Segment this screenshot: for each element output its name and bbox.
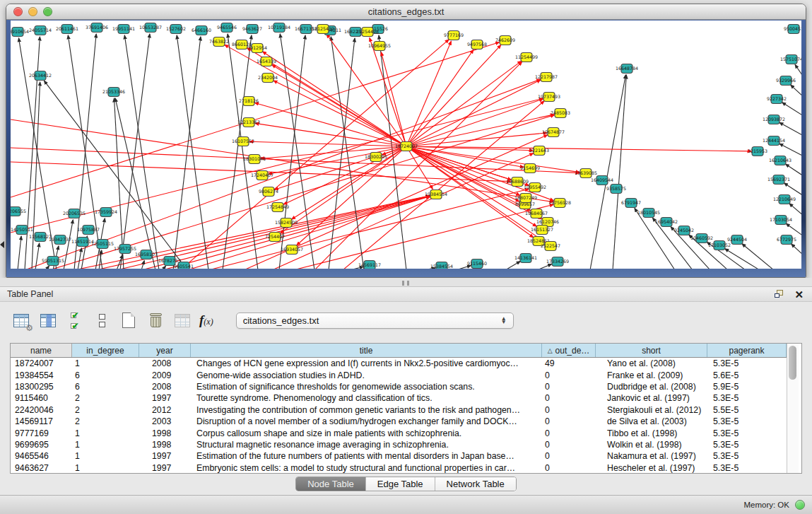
graph-node[interactable]: 16151327 — [531, 226, 553, 235]
graph-node[interactable]: 10719184 — [268, 23, 290, 33]
graph-node[interactable]: 17359924 — [95, 208, 117, 217]
graph-node[interactable]: 6772975 — [777, 235, 796, 245]
column-header-name[interactable]: name — [11, 344, 72, 357]
graph-node[interactable]: 9465546 — [217, 23, 237, 33]
graph-node[interactable]: 17103052 — [708, 241, 731, 250]
float-panel-icon[interactable] — [775, 290, 784, 299]
graph-node[interactable]: 3912954 — [247, 44, 267, 53]
close-panel-icon[interactable]: ✕ — [794, 289, 804, 300]
panel-splitter[interactable] — [0, 278, 812, 286]
graph-node[interactable]: 2522547 — [541, 242, 560, 251]
column-header-in_degree[interactable]: in_degree — [72, 344, 139, 357]
graph-node[interactable]: 16210643 — [769, 156, 792, 165]
network-table-selector[interactable]: citations_edges.txt ▲▼ — [236, 313, 514, 329]
graph-node[interactable]: 19737493 — [538, 93, 560, 102]
graph-node[interactable]: 37691406 — [86, 23, 108, 33]
graph-node[interactable]: 16648784 — [616, 64, 638, 74]
graph-node[interactable]: 20206535 — [63, 209, 86, 218]
graph-node[interactable]: 9500451 — [784, 25, 801, 34]
graph-node[interactable]: 15751074 — [780, 55, 801, 64]
graph-node[interactable]: 12505115 — [91, 240, 114, 249]
graph-node[interactable]: 20634412 — [29, 71, 52, 81]
table-settings-icon[interactable]: ⚙ — [11, 310, 31, 330]
graph-node[interactable]: 18910654 — [11, 28, 29, 37]
table-scrollbar[interactable] — [787, 344, 799, 473]
graph-node[interactable]: 6791947 — [621, 199, 641, 208]
graph-node[interactable]: 20611461 — [56, 25, 78, 34]
graph-node[interactable]: 18301046 — [243, 155, 266, 164]
table-row[interactable]: 1830029562008Estimation of significance … — [11, 381, 787, 392]
delete-table-icon[interactable] — [146, 310, 165, 330]
collapse-handle-icon[interactable] — [0, 241, 4, 248]
graph-node[interactable]: 10975887 — [77, 226, 100, 235]
graph-node[interactable]: 25206555 — [11, 207, 26, 216]
graph-node[interactable]: 9329966 — [776, 76, 796, 86]
show-column-icon[interactable] — [38, 310, 58, 330]
graph-node[interactable]: 10460592 — [690, 234, 713, 243]
graph-node[interactable]: 7462609 — [495, 36, 515, 45]
graph-node[interactable]: 17240407 — [251, 171, 273, 180]
column-header-out_de[interactable]: △out_de… — [542, 344, 596, 357]
graph-node[interactable]: 6466160 — [192, 26, 211, 35]
graph-node[interactable]: 16107552 — [232, 137, 254, 146]
graph-node[interactable]: 19756928 — [548, 199, 571, 208]
graph-node[interactable]: 14136141 — [514, 254, 537, 263]
graph-node[interactable]: 2718126 — [239, 97, 259, 106]
graph-node[interactable]: 17957255 — [114, 245, 136, 254]
graph-node[interactable]: 7485083 — [551, 109, 570, 118]
graph-node[interactable]: 12093872 — [763, 115, 785, 124]
graph-node[interactable]: 10964955 — [368, 42, 391, 51]
graph-node[interactable]: 16934057 — [281, 245, 303, 255]
function-builder-icon[interactable]: f(x) — [199, 313, 213, 328]
tab-network-table[interactable]: Network Table — [435, 477, 516, 491]
graph-node[interactable]: 24055714 — [29, 26, 52, 35]
graph-node[interactable]: 15384554 — [430, 262, 453, 269]
graph-node[interactable]: 59051315 — [42, 257, 64, 266]
citation-graph[interactable]: 1872400718910654240557142061146137691406… — [11, 21, 801, 269]
graph-node[interactable]: 19384554 — [425, 190, 447, 199]
graph-node[interactable]: 15692371 — [767, 175, 790, 185]
graph-node[interactable]: 3215953 — [748, 147, 767, 156]
rows-icon[interactable] — [92, 310, 112, 330]
graph-node[interactable]: 21053346 — [102, 88, 125, 97]
table-row[interactable]: 1456911722003Disruption of a novel membe… — [11, 416, 787, 427]
graph-node[interactable]: 19639085 — [575, 169, 597, 178]
graph-node[interactable]: 9227342 — [767, 95, 787, 104]
graph-node[interactable]: 12444154 — [763, 136, 785, 146]
column-header-title[interactable]: title — [191, 344, 542, 357]
table-row[interactable]: 946554611997Estimation of the future num… — [11, 450, 787, 462]
table-row[interactable]: 946362711997Embryonic stem cells: a mode… — [11, 462, 787, 474]
column-header-pagerank[interactable]: pagerank — [707, 344, 787, 357]
table-row[interactable]: 977716911998Corpus callosum shape and si… — [11, 427, 787, 438]
table-row[interactable]: 1872400712008Changes of HCN gene express… — [11, 358, 787, 369]
graph-node[interactable]: 1527602 — [166, 25, 186, 34]
network-canvas[interactable]: 1872400718910654240557142061146137691406… — [11, 21, 801, 269]
graph-node[interactable]: 19684067 — [525, 209, 548, 218]
graph-node[interactable]: 9154699 — [520, 164, 540, 173]
graph-node[interactable]: 19951141 — [112, 25, 135, 34]
graph-node[interactable]: 17103054 — [770, 216, 792, 225]
graph-node[interactable]: 14250511 — [11, 226, 33, 235]
window-titlebar[interactable]: citations_edges.txt — [6, 4, 806, 20]
table-row[interactable]: 911546021997Tourette syndrome. Phenomeno… — [11, 392, 787, 404]
table-row[interactable]: 969969511998Structural magnetic resonanc… — [11, 439, 787, 450]
graph-node[interactable]: 9358575 — [606, 185, 626, 194]
table-row[interactable]: 2242004622012Investigating the contribut… — [11, 404, 787, 416]
graph-node[interactable]: 9463627 — [242, 25, 262, 34]
graph-node[interactable]: 9777169 — [444, 31, 464, 40]
tab-edge-table[interactable]: Edge Table — [366, 477, 435, 491]
graph-node[interactable]: 9806274 — [259, 187, 278, 197]
column-header-year[interactable]: year — [139, 344, 191, 357]
tab-node-table[interactable]: Node Table — [296, 477, 366, 491]
graph-node[interactable]: 12213363 — [237, 118, 260, 127]
graph-node[interactable]: 9115460 — [467, 259, 487, 269]
graph-node[interactable]: 16409544 — [591, 176, 613, 185]
graph-node[interactable]: 12210649 — [773, 195, 796, 204]
scrollbar-thumb[interactable] — [789, 346, 796, 380]
new-table-icon[interactable] — [119, 310, 139, 330]
graph-node[interactable]: 10653287 — [139, 23, 162, 33]
graph-node[interactable]: 9497568 — [467, 40, 487, 49]
select-columns-icon[interactable]: ✔ ✔ — [65, 310, 85, 330]
graph-node[interactable]: 18010545 — [637, 209, 660, 218]
column-header-short[interactable]: short — [596, 344, 707, 357]
